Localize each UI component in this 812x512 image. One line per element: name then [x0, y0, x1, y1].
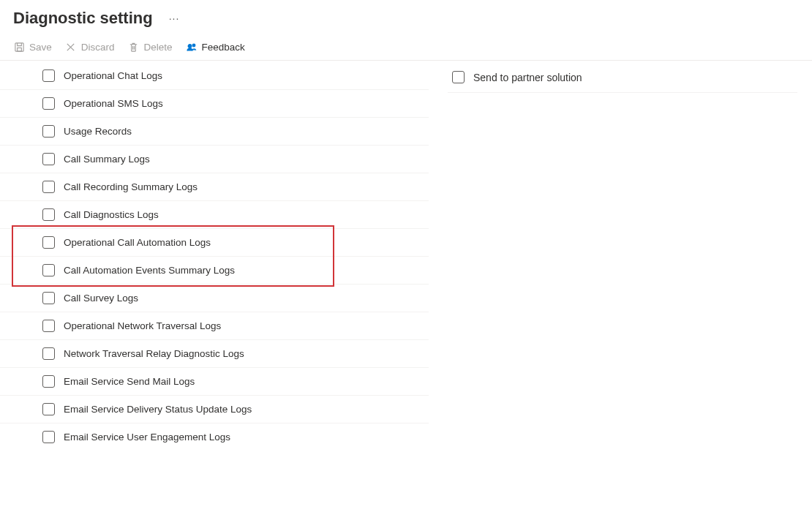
log-category-row: Usage Records — [0, 118, 429, 146]
feedback-label: Feedback — [202, 42, 245, 53]
log-category-row: Email Service Send Mail Logs — [0, 368, 429, 396]
toolbar: Save Discard Delete Feedback — [0, 35, 812, 61]
log-category-row: Network Traversal Relay Diagnostic Logs — [0, 340, 429, 368]
log-categories-list: Operational Chat LogsOperational SMS Log… — [0, 62, 429, 451]
log-category-checkbox[interactable] — [42, 431, 55, 443]
delete-icon — [128, 41, 140, 53]
page-title: Diagnostic setting — [13, 9, 153, 28]
log-category-label: Usage Records — [64, 126, 132, 137]
content-area: Operational Chat LogsOperational SMS Log… — [0, 61, 812, 451]
log-category-checkbox[interactable] — [42, 153, 55, 165]
log-category-label: Email Service Send Mail Logs — [64, 376, 195, 387]
log-category-checkbox[interactable] — [42, 181, 55, 193]
save-button[interactable]: Save — [13, 39, 52, 54]
log-category-label: Email Service User Engagement Logs — [64, 432, 230, 443]
log-category-checkbox[interactable] — [42, 320, 55, 332]
log-category-label: Email Service Delivery Status Update Log… — [64, 404, 252, 415]
log-category-checkbox[interactable] — [42, 264, 55, 276]
log-category-label: Call Survey Logs — [64, 293, 138, 304]
log-category-row: Call Diagnostics Logs — [0, 201, 429, 229]
log-category-label: Operational Call Automation Logs — [64, 237, 211, 248]
log-category-label: Network Traversal Relay Diagnostic Logs — [64, 348, 244, 359]
log-category-row: Operational Chat Logs — [0, 62, 429, 90]
log-category-checkbox[interactable] — [42, 208, 55, 221]
log-category-label: Call Recording Summary Logs — [64, 181, 198, 192]
svg-rect-1 — [17, 48, 21, 51]
destinations-list: Send to partner solution — [448, 64, 797, 93]
discard-button[interactable]: Discard — [65, 39, 115, 54]
log-category-row: Operational Network Traversal Logs — [0, 312, 429, 340]
svg-rect-0 — [15, 42, 23, 50]
feedback-icon — [186, 41, 198, 53]
log-category-checkbox[interactable] — [42, 403, 55, 415]
delete-button[interactable]: Delete — [128, 39, 173, 54]
log-category-label: Call Diagnostics Logs — [64, 209, 159, 220]
log-category-label: Operational SMS Logs — [64, 98, 163, 109]
save-label: Save — [29, 42, 52, 53]
log-category-label: Call Automation Events Summary Logs — [64, 265, 235, 276]
log-category-checkbox[interactable] — [42, 97, 55, 110]
svg-point-3 — [192, 44, 195, 47]
log-category-row: Call Recording Summary Logs — [0, 173, 429, 201]
destination-checkbox[interactable] — [452, 71, 465, 83]
destinations-column: Send to partner solution — [429, 62, 812, 451]
log-category-checkbox[interactable] — [42, 375, 55, 388]
discard-icon — [65, 41, 77, 53]
log-category-label: Operational Chat Logs — [64, 70, 162, 81]
log-category-checkbox[interactable] — [42, 236, 55, 249]
log-category-row: Email Service User Engagement Logs — [0, 423, 429, 451]
more-icon[interactable]: ··· — [169, 12, 180, 24]
destination-row: Send to partner solution — [448, 64, 797, 93]
destination-label: Send to partner solution — [473, 72, 582, 83]
log-category-row: Email Service Delivery Status Update Log… — [0, 396, 429, 423]
log-category-row: Call Summary Logs — [0, 146, 429, 173]
log-category-row: Call Automation Events Summary Logs — [0, 257, 429, 285]
page-header: Diagnostic setting ··· — [0, 0, 812, 35]
log-category-checkbox[interactable] — [42, 125, 55, 138]
svg-point-2 — [188, 45, 192, 48]
feedback-button[interactable]: Feedback — [186, 39, 245, 54]
log-category-label: Operational Network Traversal Logs — [64, 320, 221, 331]
log-category-checkbox[interactable] — [42, 69, 55, 82]
log-categories-column: Operational Chat LogsOperational SMS Log… — [0, 62, 429, 451]
log-category-label: Call Summary Logs — [64, 154, 150, 165]
log-category-row: Operational Call Automation Logs — [0, 229, 429, 257]
log-category-checkbox[interactable] — [42, 292, 55, 304]
log-category-checkbox[interactable] — [42, 347, 55, 360]
delete-label: Delete — [144, 42, 173, 53]
discard-label: Discard — [81, 42, 115, 53]
log-category-row: Call Survey Logs — [0, 285, 429, 312]
save-icon — [13, 41, 25, 53]
log-category-row: Operational SMS Logs — [0, 90, 429, 118]
